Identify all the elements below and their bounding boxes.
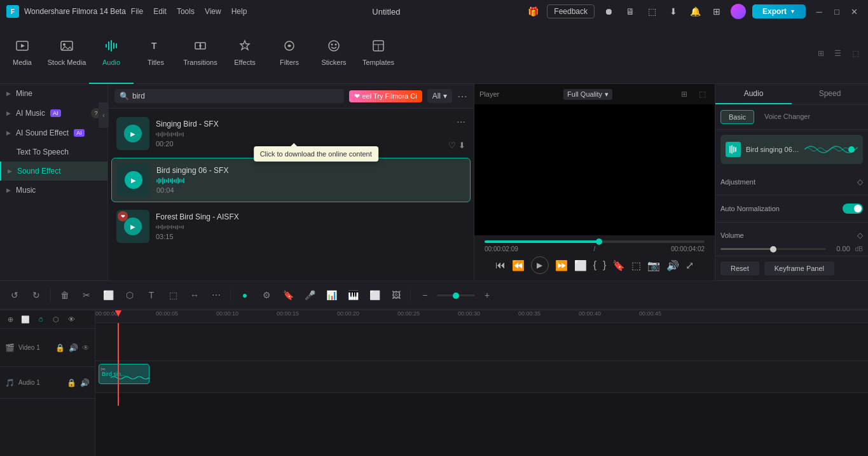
gap-button[interactable]: ⬜ <box>365 286 384 305</box>
download-icon[interactable]: ⬇ <box>666 4 681 19</box>
tool-templates[interactable]: Templates <box>356 23 401 84</box>
audio-item-bird-singing-06[interactable]: ▶ Bird singing 06 - SFX 00:04 <box>111 158 471 202</box>
tab-audio[interactable]: Audio <box>715 84 792 104</box>
adjustment-keyframe-icon[interactable]: ◇ <box>857 177 863 186</box>
quality-select[interactable]: Full Quality ▾ <box>563 89 612 100</box>
audio-item-forest-bird[interactable]: ❤ ▶ Forest Bird Sing - AISFX 03:15 <box>111 205 471 248</box>
snapshot-button[interactable]: 📷 <box>647 259 660 272</box>
sidebar-item-ai-sound[interactable]: ▶ AI Sound Effect AI <box>0 123 107 142</box>
audio-lock-icon[interactable]: 🔒 <box>67 378 76 387</box>
expand-view-button[interactable]: ⬚ <box>848 46 863 61</box>
subtab-voice-changer[interactable]: Voice Changer <box>757 110 818 124</box>
tool-stock-media[interactable]: Stock Media <box>45 23 89 84</box>
sidebar-item-ai-music[interactable]: ▶ AI Music AI ? <box>0 103 107 123</box>
singing-bird-more-icon[interactable]: ⋯ <box>457 117 465 127</box>
tool-transitions[interactable]: Transitions <box>178 23 223 84</box>
eye-button[interactable]: 👁 <box>65 313 78 326</box>
text-action-button[interactable]: T <box>142 286 161 305</box>
zoom-slider[interactable] <box>437 294 475 296</box>
mark-out-button[interactable]: } <box>603 259 606 271</box>
piano-button[interactable]: 🎹 <box>343 286 362 305</box>
chart-button[interactable]: 📊 <box>322 286 341 305</box>
filter-button[interactable]: All ▾ <box>427 89 452 103</box>
tool-titles[interactable]: T Titles <box>134 23 178 84</box>
video-lock-icon[interactable]: 🔒 <box>55 343 65 352</box>
tool-filters[interactable]: Filters <box>267 23 312 84</box>
progress-bar[interactable] <box>485 240 705 243</box>
more-action-button[interactable]: ⋯ <box>207 286 226 305</box>
crop-button[interactable]: ⬜ <box>574 259 587 272</box>
menu-file[interactable]: File <box>131 7 143 16</box>
step-back-button[interactable]: ⏪ <box>512 259 525 272</box>
tool-effects[interactable]: Effects <box>223 23 267 84</box>
magnet-button[interactable]: ⍥ <box>34 313 47 326</box>
tool-media[interactable]: Media <box>0 23 45 84</box>
maximize-button[interactable]: □ <box>830 4 844 18</box>
sidebar-item-tts[interactable]: Text To Speech <box>0 142 107 162</box>
feedback-button[interactable]: Feedback <box>547 4 595 18</box>
picture-pip-button[interactable]: ⬚ <box>631 259 641 272</box>
auto-norm-toggle[interactable] <box>843 204 863 214</box>
sidebar-collapse-button[interactable]: ‹ <box>99 102 109 128</box>
singing-bird-download-icon[interactable]: ⬇ <box>458 141 465 150</box>
sidebar-item-mine[interactable]: ▶ Mine <box>0 84 107 103</box>
step-forward-button[interactable]: ⏩ <box>555 259 568 272</box>
image-button[interactable]: 🖼 <box>387 286 406 305</box>
crop-action-button[interactable]: ⬡ <box>120 286 139 305</box>
keyframe-panel-button[interactable]: Keyframe Panel <box>764 261 834 275</box>
gift-icon[interactable]: 🎁 <box>525 4 541 19</box>
audio-item-singing-bird[interactable]: ▶ Singing Bird - SFX 00:20 ⋯ ♡ ⬇ <box>111 112 471 155</box>
menu-view[interactable]: View <box>205 7 221 16</box>
apps-icon[interactable]: ⊞ <box>709 4 724 19</box>
avatar[interactable] <box>731 4 746 19</box>
add-track-button[interactable]: ⊕ <box>4 313 17 326</box>
tab-speed[interactable]: Speed <box>792 84 868 104</box>
grid-view-button[interactable]: ⊞ <box>813 46 829 61</box>
fullscreen-ctrl-button[interactable]: ⤢ <box>685 259 694 272</box>
grid-preview-icon[interactable]: ⊞ <box>677 86 692 102</box>
volume-slider[interactable] <box>720 248 826 250</box>
scale-button[interactable]: ↔ <box>185 286 204 305</box>
audio-clip-bird[interactable]: ✂ Bird sin... <box>99 364 149 384</box>
menu-tools[interactable]: Tools <box>177 7 195 16</box>
sidebar-item-sfx[interactable]: ▶ Sound Effect <box>0 162 107 181</box>
bird-06-play-icon[interactable]: ▶ <box>125 171 142 189</box>
close-button[interactable]: ✕ <box>848 4 862 18</box>
singing-bird-favorite-icon[interactable]: ♡ <box>448 141 456 150</box>
volume-button[interactable]: 🔊 <box>666 259 679 272</box>
subtab-basic[interactable]: Basic <box>720 110 754 124</box>
singing-bird-play-icon[interactable]: ▶ <box>124 125 142 142</box>
menu-help[interactable]: Help <box>231 7 247 16</box>
marker-action-button[interactable]: 🔖 <box>279 286 298 305</box>
promo-badge[interactable]: ❤ eel Try Filmora Ci <box>349 90 422 102</box>
picture-in-picture-icon[interactable]: ⬚ <box>644 4 659 19</box>
add-marker-button[interactable]: 🔖 <box>612 259 625 272</box>
forest-bird-play-icon[interactable]: ▶ <box>124 218 142 235</box>
sidebar-item-music[interactable]: ▶ Music <box>0 181 107 200</box>
skip-back-button[interactable]: ⏮ <box>495 259 506 271</box>
list-view-button[interactable]: ☰ <box>830 46 845 61</box>
zoom-out-button[interactable]: − <box>415 286 434 305</box>
search-input[interactable] <box>132 92 339 100</box>
video-eye-icon[interactable]: 👁 <box>82 343 90 352</box>
copy-button[interactable]: ⬜ <box>99 286 118 305</box>
tool-stickers[interactable]: Stickers <box>312 23 356 84</box>
notification-icon[interactable]: 🔔 <box>687 4 703 19</box>
video-mute-icon[interactable]: 🔊 <box>69 343 78 352</box>
delete-button[interactable]: 🗑 <box>55 286 74 305</box>
export-button[interactable]: Export <box>752 4 806 18</box>
tool-audio[interactable]: Audio <box>89 23 134 84</box>
group-button[interactable]: ⬚ <box>163 286 183 305</box>
play-button[interactable]: ▶ <box>531 256 549 274</box>
zoom-thumb[interactable] <box>453 293 459 299</box>
record-icon[interactable]: ⏺ <box>601 4 616 19</box>
timeline-settings-button[interactable]: ⬜ <box>19 313 32 326</box>
menu-edit[interactable]: Edit <box>153 7 167 16</box>
voiceover-button[interactable]: 🎤 <box>300 286 319 305</box>
volume-keyframe-icon[interactable]: ◇ <box>857 231 863 240</box>
record-action-button[interactable]: ● <box>235 286 254 305</box>
audio-mute-icon[interactable]: 🔊 <box>80 378 90 387</box>
progress-thumb[interactable] <box>596 238 602 245</box>
trim-button[interactable]: ⬡ <box>50 313 62 326</box>
redo-button[interactable]: ↻ <box>27 286 46 305</box>
